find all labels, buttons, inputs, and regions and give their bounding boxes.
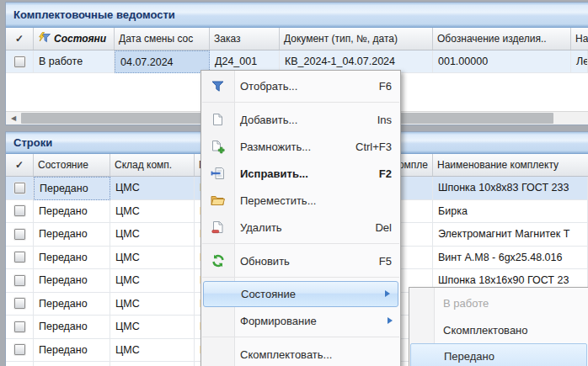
menu-item-state[interactable]: Состояние bbox=[203, 281, 398, 307]
menu-item-edit[interactable]: Исправить... F2 bbox=[201, 160, 400, 187]
column-header-state[interactable]: Состояни bbox=[34, 28, 115, 50]
menu-item-add[interactable]: Добавить... Ins bbox=[201, 106, 400, 133]
cell-designation[interactable]: 001.00000 bbox=[433, 50, 571, 73]
checkbox[interactable] bbox=[14, 56, 25, 67]
duplicate-plus-icon bbox=[210, 139, 226, 154]
cell-state[interactable]: Передано bbox=[34, 362, 110, 366]
row-checkbox-cell[interactable] bbox=[6, 223, 34, 247]
delete-document-icon bbox=[210, 220, 226, 235]
cell-state[interactable]: Передано bbox=[34, 339, 110, 363]
menu-item-shortcut: F5 bbox=[364, 255, 392, 268]
cell-warehouse[interactable]: ЦМС bbox=[110, 269, 195, 293]
menu-item-formation[interactable]: Формирование bbox=[201, 307, 400, 334]
checkbox[interactable] bbox=[14, 252, 25, 263]
scroll-left-icon: ◀ bbox=[11, 114, 16, 122]
refresh-icon bbox=[210, 253, 226, 268]
column-header-name[interactable]: Наименование комплекту bbox=[433, 154, 588, 176]
column-header-warehouse[interactable]: Склад комп. bbox=[110, 154, 195, 176]
menu-item-shortcut: Del bbox=[360, 221, 392, 234]
cell-state[interactable]: Передано bbox=[34, 223, 110, 247]
cell-warehouse[interactable]: ЦМС bbox=[110, 316, 195, 339]
row-checkbox-cell[interactable] bbox=[6, 293, 34, 316]
menu-item-filter[interactable]: Отобрать... F6 bbox=[201, 72, 400, 99]
cell-name[interactable]: Электромагнит Магнитек Т bbox=[433, 223, 588, 247]
checkbox[interactable] bbox=[14, 229, 25, 240]
checkbox[interactable] bbox=[14, 321, 25, 332]
checkmark-icon: ✓ bbox=[15, 159, 24, 171]
row-checkbox-cell[interactable] bbox=[6, 200, 34, 224]
vedomosti-header-row: ✓ Состояни Дата смены сос Заказ Документ… bbox=[6, 28, 588, 50]
edit-icon bbox=[210, 166, 226, 181]
cell-state[interactable]: Передано bbox=[34, 200, 110, 224]
state-submenu: В работе Скомплектовано Передано bbox=[409, 287, 588, 366]
cell-na[interactable]: Ле bbox=[571, 50, 588, 73]
context-menu: Отобрать... F6 Добавить... Ins bbox=[200, 70, 401, 366]
menu-item-move[interactable]: Переместить... bbox=[201, 187, 400, 214]
cell-state[interactable]: Передано bbox=[34, 247, 110, 270]
row-checkbox-cell[interactable] bbox=[6, 316, 34, 339]
cell-state[interactable]: Передано bbox=[34, 269, 110, 293]
menu-item-complete[interactable]: Скомплектовать... bbox=[201, 341, 400, 366]
submenu-item-label: Скомплектовано bbox=[443, 324, 528, 337]
checkbox[interactable] bbox=[14, 275, 25, 286]
panel-title-vedomosti: Комплектовочные ведомости bbox=[6, 3, 588, 28]
column-header-order[interactable]: Заказ bbox=[210, 28, 280, 50]
checkbox[interactable] bbox=[14, 205, 25, 216]
scroll-left-button[interactable]: ◀ bbox=[6, 112, 21, 125]
menu-item-label: Размножить... bbox=[240, 141, 311, 153]
cell-warehouse[interactable]: ЦМС bbox=[110, 247, 195, 270]
checkbox[interactable] bbox=[14, 298, 25, 309]
cell-state[interactable]: Передано bbox=[34, 316, 110, 339]
cell-name[interactable]: Шпонка 10x8x83 ГОСТ 233 bbox=[433, 177, 588, 200]
menu-item-shortcut: F2 bbox=[364, 167, 392, 180]
row-checkbox-cell[interactable] bbox=[6, 247, 34, 270]
column-header-designation[interactable]: Обозначение изделия.. bbox=[433, 28, 571, 50]
row-checkbox-cell[interactable] bbox=[6, 362, 34, 366]
checkbox[interactable] bbox=[14, 183, 25, 194]
cell-state[interactable]: Передано bbox=[34, 293, 110, 316]
cell-warehouse[interactable]: ЦМС bbox=[110, 339, 195, 363]
column-header-date[interactable]: Дата смены сос bbox=[115, 28, 210, 50]
menu-item-label: Переместить... bbox=[240, 194, 316, 207]
cell-state[interactable]: В работе bbox=[34, 50, 115, 73]
submenu-item-label: Передано bbox=[444, 350, 494, 363]
cell-date-focused[interactable]: 04.07.2024 bbox=[115, 50, 210, 73]
cell-warehouse[interactable]: ЦМС bbox=[110, 293, 195, 316]
menu-separator bbox=[201, 274, 400, 281]
column-header-state[interactable]: Состояние bbox=[34, 154, 110, 176]
select-all-header[interactable]: ✓ bbox=[6, 28, 34, 50]
menu-item-label: Скомплектовать... bbox=[240, 348, 332, 361]
row-checkbox-cell[interactable] bbox=[6, 339, 34, 363]
submenu-arrow-icon bbox=[385, 290, 390, 297]
cell-state[interactable]: Передано bbox=[34, 177, 110, 200]
submenu-item-in-progress[interactable]: В работе bbox=[409, 289, 588, 316]
submenu-item-assembled[interactable]: Скомплектовано bbox=[409, 316, 588, 343]
menu-item-delete[interactable]: Удалить Del bbox=[201, 214, 400, 241]
submenu-item-transferred[interactable]: Передано bbox=[410, 343, 587, 366]
cell-name[interactable]: Бирка bbox=[433, 200, 588, 224]
menu-separator bbox=[201, 241, 400, 247]
row-checkbox-cell[interactable] bbox=[6, 50, 34, 73]
menu-item-label: Формирование bbox=[240, 315, 317, 327]
select-all-header[interactable]: ✓ bbox=[6, 154, 34, 176]
submenu-item-label: В работе bbox=[443, 297, 489, 310]
cell-name[interactable]: Винт А.М8 - 6gx25.48.016 bbox=[433, 247, 588, 270]
checkbox[interactable] bbox=[14, 344, 25, 355]
menu-item-duplicate[interactable]: Размножить... Ctrl+F3 bbox=[201, 133, 400, 160]
column-header-document[interactable]: Документ (тип, №, дата) bbox=[280, 28, 433, 50]
cell-warehouse[interactable]: ЦМС bbox=[110, 177, 195, 200]
cell-warehouse[interactable]: ЦМС bbox=[110, 362, 195, 366]
column-header-label: Состояни bbox=[54, 33, 106, 45]
menu-item-shortcut: F6 bbox=[364, 80, 392, 93]
menu-separator bbox=[201, 99, 400, 106]
checkmark-icon: ✓ bbox=[15, 33, 24, 45]
menu-item-refresh[interactable]: Обновить F5 bbox=[201, 247, 400, 274]
cell-warehouse[interactable]: ЦМС bbox=[110, 200, 195, 224]
menu-item-label: Отобрать... bbox=[240, 80, 297, 93]
column-header-na[interactable]: На bbox=[571, 28, 588, 50]
row-checkbox-cell[interactable] bbox=[6, 177, 34, 200]
menu-item-label: Добавить... bbox=[240, 114, 297, 126]
row-checkbox-cell[interactable] bbox=[6, 269, 34, 293]
menu-item-label: Исправить... bbox=[240, 167, 308, 180]
cell-warehouse[interactable]: ЦМС bbox=[110, 223, 195, 247]
